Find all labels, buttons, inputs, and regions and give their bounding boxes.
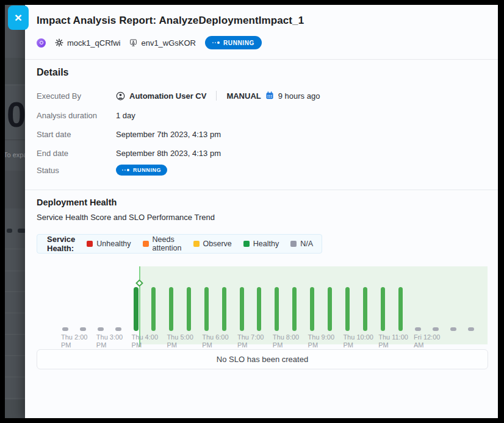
chart-bar-healthy: [292, 287, 297, 331]
executed-by-row: Executed By Automation User CV MANUAL: [37, 90, 320, 101]
x-axis-label: Thu 8:00PM: [273, 333, 311, 349]
legend-item: Needs attention: [143, 235, 182, 252]
x-axis-label: Thu 6:00PM: [202, 333, 240, 349]
row-label: Executed By: [37, 91, 116, 101]
backdrop-divider: [5, 313, 25, 313]
page-title: Impact Analysis Report: AnalyzeDeploymen…: [37, 15, 304, 27]
drawer-backdrop-page[interactable]: 0 To expa: [5, 5, 25, 418]
chart-bar-no-data: [450, 327, 456, 331]
chart-bar-healthy: [222, 287, 226, 331]
row-label: Analysis duration: [37, 111, 116, 120]
chart-bar-healthy: [398, 287, 403, 331]
health-chart: Thu 2:00PMThu 3:00PMThu 4:00PMThu 5:00PM…: [37, 262, 488, 347]
environment-name: env1_wGsKOR: [141, 38, 196, 48]
monitored-service-name: mock1_qCRfwi: [67, 38, 120, 48]
legend-color-chip: [143, 241, 149, 247]
service-health-legend: Service Health: UnhealthyNeeds attention…: [37, 234, 322, 254]
backdrop-divider: [5, 291, 25, 292]
section-divider: [25, 59, 498, 60]
chart-bar-no-data: [433, 327, 439, 331]
screenshot-frame: 0 To expa Impact Analysis Report: Analyz…: [0, 0, 504, 423]
x-axis-label: Thu 4:00PM: [132, 333, 170, 349]
x-axis-label: Thu 5:00PM: [167, 333, 204, 349]
backdrop-divider: [5, 398, 25, 399]
end-date-value: September 8th 2023, 4:13 pm: [116, 149, 221, 158]
calendar-icon: [265, 91, 274, 100]
chart-bar-healthy: [345, 287, 350, 331]
status-badge: RUNNING: [205, 36, 262, 49]
backdrop-divider: [5, 334, 25, 335]
legend-item: Healthy: [243, 240, 279, 248]
executed-time: 9 hours ago: [278, 91, 320, 101]
legend-item: Unhealthy: [87, 240, 131, 248]
backdrop-divider: [5, 249, 25, 249]
chart-bar-healthy: [151, 287, 156, 331]
chart-bar-healthy: [310, 287, 314, 331]
duration-row: Analysis duration 1 day: [37, 110, 135, 121]
section-divider: [25, 190, 498, 190]
deployment-health-subtitle: Service Health Score and SLO Performance…: [37, 213, 215, 222]
running-icon: [212, 41, 220, 44]
slo-empty-state: No SLO has been created: [37, 349, 488, 369]
x-axis-label: Thu 2:00PM: [61, 333, 99, 349]
gear-icon: [55, 38, 63, 47]
chart-bar-no-data: [62, 327, 68, 331]
chart-bar-healthy: [363, 287, 367, 331]
chart-bar-healthy: [134, 287, 139, 331]
deployment-health-heading: Deployment Health: [37, 197, 117, 207]
row-label: Start date: [37, 130, 116, 139]
chart-bar-no-data: [98, 327, 104, 331]
trigger-type: MANUAL: [226, 91, 261, 101]
duration-value: 1 day: [116, 111, 135, 120]
x-axis-label: Thu 10:00PM: [343, 333, 381, 349]
close-button[interactable]: ×: [8, 5, 29, 30]
backdrop-band: [5, 171, 25, 208]
chart-bar-healthy: [187, 287, 191, 331]
backdrop-band: [5, 58, 25, 84]
backdrop-divider: [5, 85, 25, 85]
value-separator: [216, 91, 217, 101]
monitored-service: mock1_qCRfwi: [55, 38, 120, 48]
backdrop-metric-number: 0: [7, 96, 25, 133]
end-date-row: End date September 8th 2023, 4:13 pm: [37, 148, 221, 158]
chart-bar-healthy: [275, 287, 279, 331]
chart-bar-no-data: [415, 327, 421, 331]
chart-bar-no-data: [468, 327, 474, 331]
x-axis-label: Thu 7:00PM: [237, 333, 275, 349]
report-meta-row: mock1_qCRfwi env1_wGsKOR RUNNING: [37, 36, 262, 49]
executed-by-user: Automation User CV: [129, 91, 206, 101]
start-date-value: September 7th 2023, 4:13 pm: [116, 130, 221, 139]
x-axis-label: Fri 12:00AM: [414, 333, 452, 349]
slo-empty-message: No SLO has been created: [217, 355, 308, 364]
legend-color-chip: [193, 241, 200, 247]
chart-bar-healthy: [328, 287, 332, 331]
details-heading: Details: [37, 67, 68, 78]
backdrop-divider: [5, 140, 25, 140]
chart-bar-healthy: [169, 287, 173, 331]
status-row: Status RUNNING: [37, 165, 167, 176]
chart-bar-healthy: [257, 287, 261, 331]
legend-color-chip: [290, 241, 297, 247]
legend-title: Service Health:: [47, 235, 75, 253]
x-axis-label: Thu 11:00PM: [378, 333, 416, 349]
row-label: End date: [37, 149, 116, 158]
impact-analysis-drawer: Impact Analysis Report: AnalyzeDeploymen…: [25, 5, 498, 418]
legend-color-chip: [243, 241, 250, 247]
backdrop-divider: [5, 271, 25, 271]
legend-color-chip: [87, 241, 93, 247]
service-avatar-icon: [37, 38, 46, 48]
row-label: Status: [37, 166, 116, 175]
backdrop-divider: [5, 377, 25, 377]
backdrop-hint-text: To expa: [5, 151, 25, 158]
chart-bar-healthy: [240, 287, 244, 331]
environment-icon: [129, 39, 137, 47]
chart-bar-healthy: [204, 287, 209, 331]
running-icon: [122, 169, 129, 171]
legend-item: Observe: [193, 240, 232, 248]
backdrop-chart-stub: [18, 229, 25, 233]
start-date-row: Start date September 7th 2023, 4:13 pm: [37, 129, 221, 140]
backdrop-chart-stub: [7, 229, 12, 233]
x-axis-label: Thu 3:00PM: [96, 333, 134, 349]
environment: env1_wGsKOR: [129, 38, 196, 48]
user-avatar-icon: [116, 91, 125, 101]
